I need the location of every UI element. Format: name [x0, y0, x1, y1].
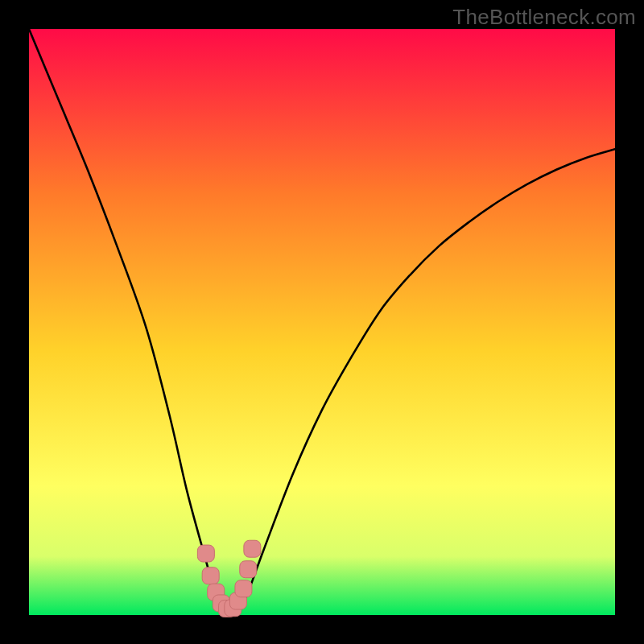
curve-marker	[197, 545, 214, 562]
plot-background	[29, 29, 615, 615]
bottleneck-chart	[0, 0, 644, 644]
chart-stage: TheBottleneck.com	[0, 0, 644, 644]
curve-marker	[244, 540, 261, 557]
curve-marker	[235, 580, 252, 597]
curve-marker	[202, 568, 219, 584]
curve-marker	[240, 561, 257, 578]
